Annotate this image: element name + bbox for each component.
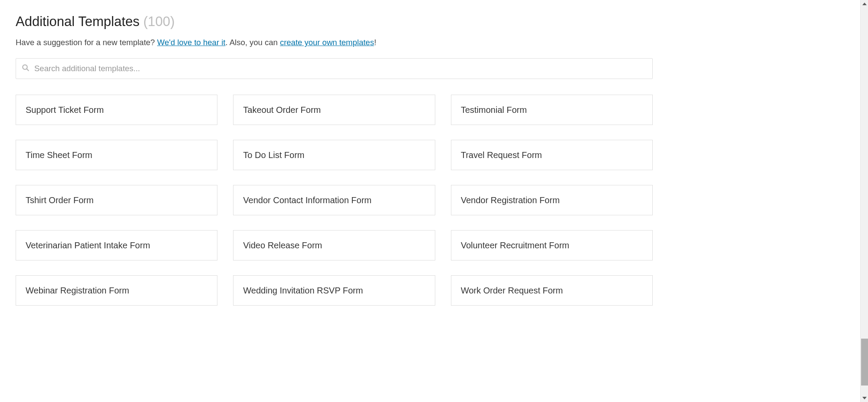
template-card[interactable]: Veterinarian Patient Intake Form	[16, 230, 217, 260]
template-card-label: Support Ticket Form	[26, 105, 104, 115]
template-card-label: Veterinarian Patient Intake Form	[26, 241, 150, 250]
scroll-up-button[interactable]	[861, 0, 868, 8]
template-card-label: Travel Request Form	[461, 150, 542, 160]
scrollbar[interactable]	[860, 0, 868, 402]
scroll-down-button[interactable]	[861, 394, 868, 402]
template-card-label: Video Release Form	[243, 241, 322, 250]
template-card[interactable]: Video Release Form	[233, 230, 435, 260]
subtitle-suffix: !	[374, 38, 376, 47]
template-card[interactable]: Travel Request Form	[451, 140, 653, 170]
template-card[interactable]: Time Sheet Form	[16, 140, 217, 170]
template-card[interactable]: To Do List Form	[233, 140, 435, 170]
template-card[interactable]: Vendor Registration Form	[451, 185, 653, 215]
template-card-label: Testimonial Form	[461, 105, 527, 115]
template-card[interactable]: Work Order Request Form	[451, 275, 653, 306]
search-container	[16, 58, 653, 79]
template-card[interactable]: Wedding Invitation RSVP Form	[233, 275, 435, 306]
template-card-label: Webinar Registration Form	[26, 286, 129, 296]
create-template-link[interactable]: create your own templates	[280, 38, 374, 47]
template-card-label: Tshirt Order Form	[26, 195, 94, 205]
template-card[interactable]: Vendor Contact Information Form	[233, 185, 435, 215]
subtitle-mid: . Also, you can	[225, 38, 279, 47]
title-text: Additional Templates	[16, 14, 140, 29]
template-card-label: Takeout Order Form	[243, 105, 321, 115]
template-card-label: Time Sheet Form	[26, 150, 92, 160]
search-input[interactable]	[16, 58, 653, 79]
template-card[interactable]: Volunteer Recruitment Form	[451, 230, 653, 260]
page-title: Additional Templates (100)	[16, 13, 653, 30]
template-grid: Support Ticket FormTakeout Order FormTes…	[16, 95, 653, 306]
subtitle-prefix: Have a suggestion for a new template?	[16, 38, 157, 47]
template-card[interactable]: Tshirt Order Form	[16, 185, 217, 215]
template-card-label: Volunteer Recruitment Form	[461, 241, 569, 250]
scroll-thumb[interactable]	[861, 339, 868, 386]
template-card-label: To Do List Form	[243, 150, 304, 160]
template-card[interactable]: Testimonial Form	[451, 95, 653, 125]
subtitle: Have a suggestion for a new template? We…	[16, 36, 653, 49]
title-count: (100)	[143, 14, 174, 29]
template-card-label: Wedding Invitation RSVP Form	[243, 286, 363, 296]
template-card-label: Vendor Registration Form	[461, 195, 560, 205]
template-card[interactable]: Support Ticket Form	[16, 95, 217, 125]
template-card-label: Work Order Request Form	[461, 286, 563, 296]
template-card[interactable]: Webinar Registration Form	[16, 275, 217, 306]
template-card[interactable]: Takeout Order Form	[233, 95, 435, 125]
suggest-template-link[interactable]: We'd love to hear it	[157, 38, 225, 47]
main-content: Additional Templates (100) Have a sugges…	[0, 0, 668, 306]
template-card-label: Vendor Contact Information Form	[243, 195, 372, 205]
